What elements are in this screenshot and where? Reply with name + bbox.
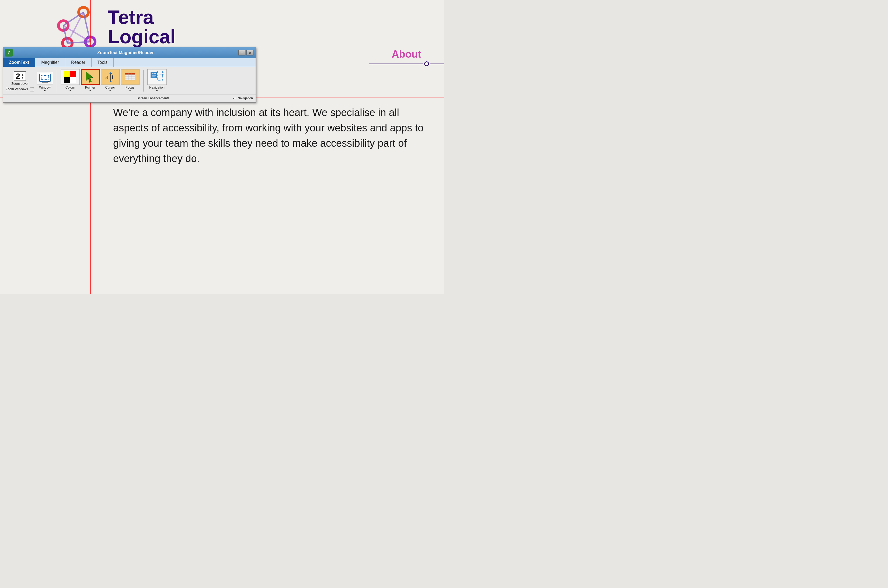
zoomtext-app-icon: Z: [5, 49, 13, 57]
focus-icon-box[interactable]: [121, 69, 140, 85]
colour-dropdown-arrow: ▼: [69, 89, 71, 92]
pointer-icon: [85, 71, 96, 83]
svg-marker-20: [86, 72, 93, 82]
focus-label: Focus: [126, 86, 134, 89]
tab-bar: ZoomText Magnifier Reader Tools: [3, 58, 255, 67]
zoom-windows-icon[interactable]: ⬚: [30, 86, 34, 92]
navigation-button[interactable]: [147, 69, 167, 85]
logo-logical: Logical: [108, 27, 176, 46]
tab-reader[interactable]: Reader: [65, 58, 91, 67]
focus-dropdown-arrow: ▼: [129, 89, 131, 92]
tab-tools[interactable]: Tools: [92, 58, 114, 67]
svg-rect-16: [65, 71, 70, 77]
svg-text:t: t: [112, 72, 114, 81]
zoom-arrows[interactable]: ▲ ▼: [21, 74, 24, 79]
separator-1: [57, 70, 57, 92]
colour-button[interactable]: Colour ▼: [61, 69, 80, 92]
minimize-button[interactable]: −: [238, 50, 245, 56]
zoom-level-box[interactable]: 2 ▲ ▼: [14, 71, 26, 81]
window-dropdown-arrow: ▼: [44, 89, 46, 92]
website-background: Tetra Logical About we're Tet We're a co…: [0, 0, 444, 294]
svg-point-48: [156, 71, 158, 73]
navigation-icon: [150, 71, 164, 83]
logo-area: Tetra Logical: [48, 5, 176, 48]
focus-button[interactable]: Focus ▼: [121, 69, 140, 92]
logo-text: Tetra Logical: [108, 8, 176, 46]
cursor-dropdown-arrow: ▼: [109, 89, 111, 92]
svg-rect-43: [152, 73, 153, 74]
enhancements-row: Colour ▼ Pointer ▼: [61, 69, 140, 92]
cursor-icon-box[interactable]: a t: [101, 69, 120, 85]
navigation-label: Navigation: [149, 86, 165, 89]
navigation-icon-box[interactable]: [147, 69, 167, 85]
about-line-left: [369, 63, 423, 64]
zoom-value: 2: [16, 72, 20, 80]
svg-rect-18: [65, 77, 70, 83]
svg-rect-13: [44, 82, 47, 82]
navigation-group: Navigation ▼: [147, 69, 167, 92]
svg-text:a: a: [105, 72, 109, 81]
svg-rect-46: [152, 76, 155, 77]
logo-icon: [48, 5, 102, 48]
window-label: Window: [39, 86, 51, 89]
colour-icon: [65, 71, 76, 83]
svg-point-49: [162, 71, 164, 73]
focus-icon: [124, 71, 136, 83]
about-nav: About: [369, 48, 444, 66]
zoom-up-arrow[interactable]: ▲: [21, 74, 24, 76]
svg-rect-44: [153, 73, 156, 74]
tab-magnifier[interactable]: Magnifier: [35, 58, 65, 67]
window-button[interactable]: [37, 72, 53, 85]
nav-corner-icon[interactable]: ⌐: [233, 95, 236, 101]
tab-zoomtext[interactable]: ZoomText: [3, 58, 35, 67]
enhancements-group: Colour ▼ Pointer ▼: [61, 69, 140, 92]
pointer-button[interactable]: Pointer ▼: [81, 69, 100, 92]
colour-label: Colour: [65, 86, 75, 89]
toolbar-bottom: Screen Enhancements ⌐ Navigation: [3, 94, 255, 102]
pointer-label: Pointer: [85, 86, 95, 89]
window-control: Window ▼: [37, 72, 53, 92]
about-underline: [369, 62, 444, 66]
svg-rect-30: [125, 75, 135, 76]
svg-marker-25: [109, 81, 112, 82]
body-text: We're a company with inclusion at its he…: [113, 105, 436, 166]
logo-tetra: Tetra: [108, 8, 176, 27]
colour-icon-box[interactable]: [61, 69, 80, 85]
separator-2: [143, 70, 144, 92]
screen-enhancements-label: Screen Enhancements: [73, 96, 233, 100]
about-link[interactable]: About: [392, 48, 421, 60]
navigation-dropdown-arrow: ▼: [156, 89, 158, 92]
svg-rect-38: [125, 78, 135, 80]
zoom-down-arrow[interactable]: ▼: [21, 76, 24, 79]
cursor-button[interactable]: a t Cursor ▼: [101, 69, 120, 92]
cursor-label: Cursor: [105, 86, 115, 89]
svg-rect-17: [70, 71, 76, 77]
zoom-windows-row: Zoom Windows ⬚: [6, 86, 34, 92]
toolbar: 2 ▲ ▼ Zoom Level Zoom Windows ⬚: [3, 67, 255, 94]
pointer-icon-box[interactable]: [81, 69, 100, 85]
cursor-icon: a t: [104, 71, 116, 83]
window-titlebar: Z ZoomText Magnifier/Reader − ✕: [3, 47, 255, 58]
about-line-right: [430, 63, 444, 64]
svg-rect-47: [157, 75, 163, 80]
zoom-level-label: Zoom Level: [11, 82, 28, 86]
navigation-bottom-label: Navigation: [237, 96, 253, 100]
close-button[interactable]: ✕: [246, 50, 254, 56]
svg-point-50: [162, 74, 164, 76]
red-vertical-line: [90, 0, 91, 294]
svg-rect-26: [125, 73, 135, 75]
window-monitor-svg: [39, 74, 51, 83]
about-circle: [424, 62, 429, 66]
window-controls: − ✕: [238, 50, 254, 56]
zoomtext-window: Z ZoomText Magnifier/Reader − ✕ ZoomText…: [3, 47, 256, 103]
zoom-windows-label: Zoom Windows: [6, 87, 28, 91]
svg-rect-19: [70, 77, 76, 83]
zoom-level-control: 2 ▲ ▼ Zoom Level Zoom Windows ⬚: [6, 71, 34, 92]
svg-rect-34: [125, 76, 135, 78]
pointer-dropdown-arrow: ▼: [89, 89, 91, 92]
nav-bottom-area: ⌐ Navigation: [233, 95, 253, 101]
svg-rect-45: [152, 75, 156, 76]
svg-rect-14: [42, 82, 48, 83]
window-title: ZoomText Magnifier/Reader: [15, 50, 236, 55]
